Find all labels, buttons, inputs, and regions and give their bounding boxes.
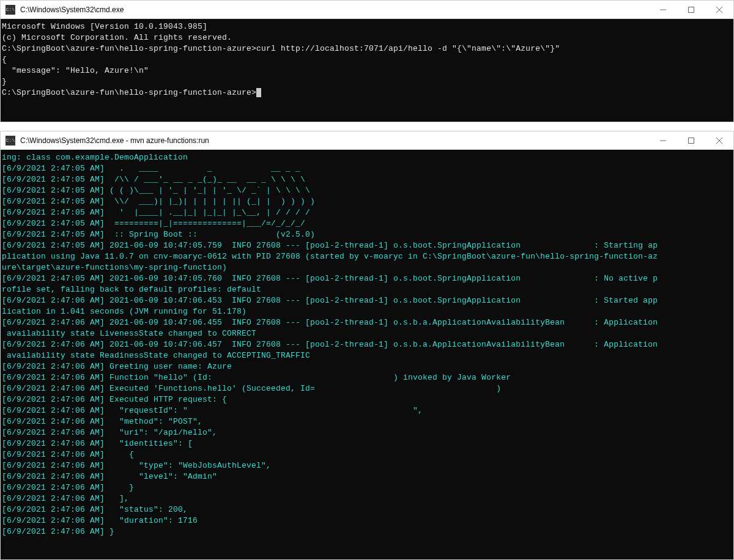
terminal-line: [6/9/2021 2:47:05 AM] ' |____| .__|_| |_…	[2, 207, 732, 218]
terminal-line: [6/9/2021 2:47:06 AM] 2021-06-09 10:47:0…	[2, 339, 732, 350]
terminal-line: [6/9/2021 2:47:05 AM] :: Spring Boot :: …	[2, 229, 732, 240]
terminal-line: "message": "Hello, Azure!\n"	[2, 65, 732, 76]
cmd-window-1: C:\ C:\Windows\System32\cmd.exe Microsof…	[0, 0, 734, 122]
terminal-line: ure\target\azure-functions\my-spring-fun…	[2, 262, 732, 273]
terminal-line: [6/9/2021 2:47:06 AM] "uri": "/api/hello…	[2, 427, 732, 438]
title-bar-1[interactable]: C:\ C:\Windows\System32\cmd.exe	[1, 1, 733, 19]
window-title-2: C:\Windows\System32\cmd.exe - mvn azure-…	[20, 136, 649, 145]
svg-rect-5	[689, 138, 694, 143]
window-controls-2	[649, 131, 733, 150]
window-title-1: C:\Windows\System32\cmd.exe	[20, 6, 649, 14]
terminal-body-2[interactable]: ing: class com.example.DemoApplication[6…	[1, 150, 733, 559]
cmd-window-2: C:\ C:\Windows\System32\cmd.exe - mvn az…	[0, 131, 734, 560]
terminal-line: availability state LivenessState changed…	[2, 328, 732, 339]
terminal-line: [6/9/2021 2:47:06 AM] "requestId": " ",	[2, 405, 732, 416]
terminal-line: [6/9/2021 2:47:06 AM] Greeting user name…	[2, 361, 732, 372]
maximize-button[interactable]	[677, 131, 705, 150]
terminal-line: [6/9/2021 2:47:06 AM] }	[2, 526, 732, 537]
terminal-line: [6/9/2021 2:47:06 AM] "status": 200,	[2, 504, 732, 515]
terminal-line: [6/9/2021 2:47:05 AM] . ____ _ __ _ _	[2, 163, 732, 174]
terminal-line: [6/9/2021 2:47:06 AM] "identities": [	[2, 438, 732, 449]
terminal-line: lication in 1.041 seconds (JVM running f…	[2, 306, 732, 317]
terminal-line: [6/9/2021 2:47:05 AM] =========|_|======…	[2, 218, 732, 229]
terminal-line: plication using Java 11.0.7 on cnv-moary…	[2, 251, 732, 262]
terminal-line: [6/9/2021 2:47:05 AM] \\/ ___)| |_)| | |…	[2, 196, 732, 207]
terminal-line: rofile set, falling back to default prof…	[2, 284, 732, 295]
terminal-line: [6/9/2021 2:47:06 AM] Function "hello" (…	[2, 372, 732, 383]
terminal-line: availability state ReadinessState change…	[2, 350, 732, 361]
terminal-line: }	[2, 76, 732, 87]
terminal-line: [6/9/2021 2:47:05 AM] 2021-06-09 10:47:0…	[2, 240, 732, 251]
terminal-line: [6/9/2021 2:47:06 AM] 2021-06-09 10:47:0…	[2, 295, 732, 306]
terminal-line: C:\SpringBoot\azure-fun\hello-spring-fun…	[2, 43, 732, 54]
minimize-button[interactable]	[649, 131, 677, 150]
terminal-line: Microsoft Windows [Version 10.0.19043.98…	[2, 21, 732, 32]
title-bar-2[interactable]: C:\ C:\Windows\System32\cmd.exe - mvn az…	[1, 131, 733, 150]
close-button[interactable]	[705, 131, 733, 150]
window-controls-1	[649, 1, 733, 19]
terminal-line: [6/9/2021 2:47:06 AM] "level": "Admin"	[2, 471, 732, 482]
terminal-line: [6/9/2021 2:47:05 AM] 2021-06-09 10:47:0…	[2, 273, 732, 284]
terminal-line: [6/9/2021 2:47:06 AM] Executed 'Function…	[2, 383, 732, 394]
svg-rect-1	[689, 7, 694, 12]
terminal-line: [6/9/2021 2:47:06 AM] 2021-06-09 10:47:0…	[2, 317, 732, 328]
minimize-button[interactable]	[649, 1, 677, 19]
terminal-line: {	[2, 54, 732, 65]
terminal-line: [6/9/2021 2:47:06 AM] "duration": 1716	[2, 515, 732, 526]
terminal-line: ing: class com.example.DemoApplication	[2, 152, 732, 163]
terminal-line: [6/9/2021 2:47:06 AM] "method": "POST",	[2, 416, 732, 427]
cmd-icon: C:\	[6, 136, 15, 146]
maximize-button[interactable]	[677, 1, 705, 19]
terminal-line: [6/9/2021 2:47:06 AM] ],	[2, 493, 732, 504]
cursor	[256, 88, 261, 97]
terminal-body-1[interactable]: Microsoft Windows [Version 10.0.19043.98…	[1, 19, 733, 122]
cmd-icon: C:\	[6, 5, 15, 15]
close-button[interactable]	[705, 1, 733, 19]
terminal-line: [6/9/2021 2:47:06 AM] {	[2, 449, 732, 460]
terminal-line: [6/9/2021 2:47:05 AM] ( ( )\___ | '_ | '…	[2, 185, 732, 196]
terminal-line: [6/9/2021 2:47:06 AM] "type": "WebJobsAu…	[2, 460, 732, 471]
terminal-line: (c) Microsoft Corporation. All rights re…	[2, 32, 732, 43]
terminal-line: C:\SpringBoot\azure-fun\hello-spring-fun…	[2, 87, 732, 98]
terminal-line: [6/9/2021 2:47:06 AM] }	[2, 482, 732, 493]
terminal-line: [6/9/2021 2:47:06 AM] Executed HTTP requ…	[2, 394, 732, 405]
terminal-line: [6/9/2021 2:47:05 AM] /\\ / ___'_ __ _ _…	[2, 174, 732, 185]
